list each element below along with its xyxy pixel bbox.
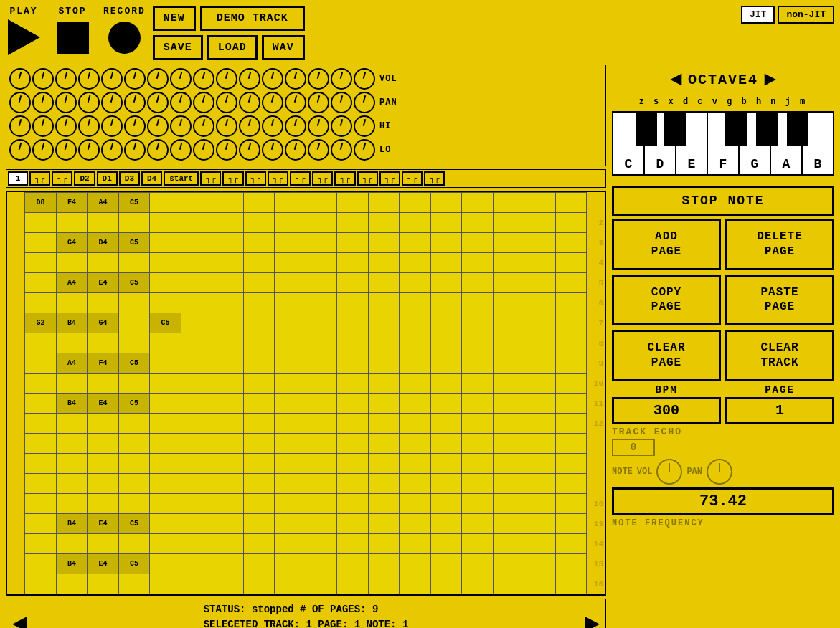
piano-key-e[interactable]: E <box>676 113 708 174</box>
knob-14[interactable] <box>308 68 329 90</box>
grid-cell[interactable] <box>493 213 524 233</box>
grid-cell[interactable] <box>306 494 337 514</box>
grid-cell[interactable] <box>306 454 337 474</box>
knob-2[interactable] <box>32 68 54 90</box>
load-button[interactable]: LOAD <box>207 35 258 60</box>
grid-cell[interactable] <box>493 233 524 253</box>
grid-cell[interactable] <box>212 213 244 233</box>
grid-cell[interactable] <box>275 233 306 253</box>
page-tab-2[interactable]: ┐┌ <box>29 171 50 186</box>
grid-cell[interactable] <box>150 193 181 213</box>
grid-cell[interactable] <box>400 394 431 414</box>
page-tab-9[interactable]: ┐┌ <box>290 171 311 186</box>
grid-cell[interactable] <box>368 494 400 514</box>
grid-cell[interactable]: C5 <box>118 353 150 374</box>
grid-cell[interactable] <box>181 534 212 554</box>
grid-cell[interactable]: E4 <box>88 394 119 414</box>
new-button[interactable]: NEW <box>153 6 196 31</box>
grid-cell[interactable]: C5 <box>118 554 150 574</box>
grid-cell[interactable] <box>150 273 181 293</box>
page-tab-6[interactable]: ┐┌ <box>222 171 243 186</box>
grid-cell[interactable] <box>430 494 462 514</box>
grid-cell[interactable] <box>212 293 244 313</box>
grid-cell[interactable] <box>150 333 181 353</box>
pan-knob-2[interactable] <box>32 92 54 113</box>
grid-cell[interactable] <box>493 293 524 313</box>
grid-cell[interactable] <box>181 434 212 454</box>
save-button[interactable]: SAVE <box>153 35 203 60</box>
grid-cell[interactable] <box>150 454 181 474</box>
grid-cell[interactable] <box>555 574 587 594</box>
grid-cell[interactable] <box>368 293 400 313</box>
grid-cell[interactable] <box>430 293 462 313</box>
grid-cell[interactable] <box>56 474 88 494</box>
grid-cell[interactable] <box>243 233 275 253</box>
grid-cell[interactable] <box>430 474 462 494</box>
prev-arrow[interactable]: ◄ <box>12 610 28 628</box>
grid-cell[interactable] <box>400 554 431 574</box>
grid-cell[interactable] <box>212 353 244 374</box>
grid-cell[interactable]: E4 <box>88 273 119 293</box>
grid-cell[interactable] <box>88 494 119 514</box>
grid-cell[interactable]: C5 <box>118 394 150 414</box>
grid-cell[interactable]: G4 <box>56 233 88 253</box>
grid-cell[interactable]: B4 <box>56 313 88 333</box>
grid-cell[interactable] <box>181 313 212 333</box>
grid-cell[interactable] <box>56 333 88 353</box>
knob-5[interactable] <box>101 68 123 90</box>
grid-cell[interactable] <box>212 534 244 554</box>
lo-knob-14[interactable] <box>308 139 329 161</box>
grid-cell[interactable] <box>462 213 494 233</box>
grid-cell[interactable] <box>275 474 306 494</box>
grid-cell[interactable] <box>181 293 212 313</box>
grid-cell[interactable]: D4 <box>88 233 119 253</box>
grid-cell[interactable] <box>25 273 57 293</box>
grid-cell[interactable] <box>88 454 119 474</box>
grid-cell[interactable]: C5 <box>150 313 181 333</box>
grid-cell[interactable] <box>150 574 181 594</box>
grid-cell[interactable] <box>400 434 431 454</box>
pan-knob-8[interactable] <box>170 92 192 113</box>
grid-cell[interactable] <box>243 414 275 434</box>
pan-knob-5[interactable] <box>101 92 123 113</box>
grid-cell[interactable] <box>368 474 400 494</box>
grid-cell[interactable] <box>368 213 400 233</box>
grid-cell[interactable] <box>462 394 494 414</box>
grid-cell[interactable] <box>88 213 119 233</box>
grid-cell[interactable] <box>555 213 587 233</box>
grid-cell[interactable] <box>524 494 556 514</box>
grid-cell[interactable] <box>88 374 119 394</box>
page-tab-d3[interactable]: D3 <box>119 171 140 186</box>
grid-cell[interactable]: B4 <box>56 394 88 414</box>
grid-cell[interactable] <box>368 574 400 594</box>
grid-cell[interactable] <box>150 494 181 514</box>
grid-cell[interactable] <box>212 414 244 434</box>
grid-cell[interactable] <box>493 253 524 273</box>
grid-cell[interactable]: E4 <box>88 554 119 574</box>
knob-11[interactable] <box>239 68 260 90</box>
grid-cell[interactable] <box>275 313 306 333</box>
grid-cell[interactable] <box>275 414 306 434</box>
hi-knob-16[interactable] <box>354 115 375 137</box>
delete-page-button[interactable]: DELETEPAGE <box>725 219 834 270</box>
grid-cell[interactable] <box>337 213 369 233</box>
knob-15[interactable] <box>331 68 352 90</box>
piano-key-d[interactable]: D <box>645 113 676 174</box>
grid-cell[interactable] <box>524 454 556 474</box>
grid-cell[interactable] <box>430 414 462 434</box>
grid-cell[interactable] <box>337 534 369 554</box>
grid-cell[interactable] <box>368 193 400 213</box>
grid-cell[interactable] <box>56 293 88 313</box>
grid-cell[interactable] <box>25 394 57 414</box>
grid-cell[interactable] <box>275 574 306 594</box>
grid-cell[interactable] <box>306 253 337 273</box>
grid-cell[interactable] <box>493 394 524 414</box>
stop-note-button[interactable]: STOP NOTE <box>612 186 834 216</box>
wav-button[interactable]: WAV <box>262 35 305 60</box>
grid-cell[interactable] <box>462 333 494 353</box>
grid-cell[interactable] <box>368 454 400 474</box>
grid-cell[interactable] <box>555 374 587 394</box>
grid-cell[interactable] <box>306 353 337 374</box>
grid-cell[interactable] <box>275 333 306 353</box>
piano-key-a[interactable]: A <box>771 113 803 174</box>
